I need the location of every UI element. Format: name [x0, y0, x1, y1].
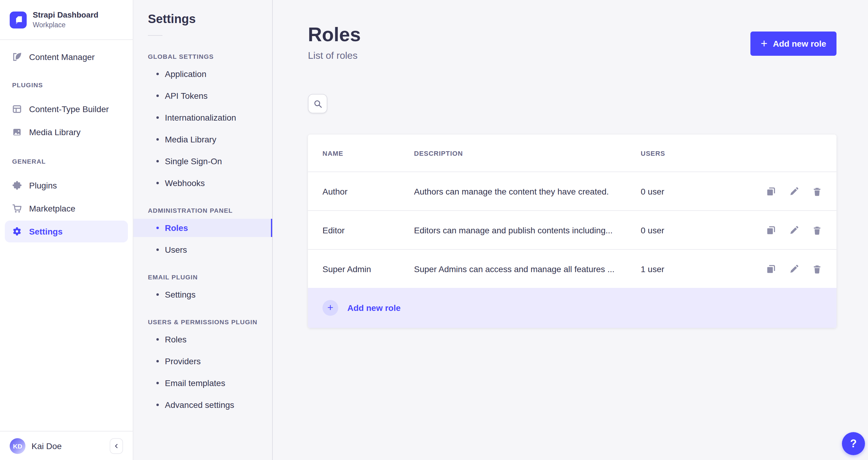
role-users-count: 0 user	[641, 225, 754, 235]
subnav-item-providers[interactable]: Providers	[133, 352, 272, 370]
table-header-row: NAME DESCRIPTION USERS	[308, 134, 836, 172]
bullet-icon	[156, 73, 159, 75]
duplicate-icon	[766, 264, 776, 274]
collapse-sidebar-button[interactable]	[110, 438, 123, 454]
subnav-item-webhooks[interactable]: Webhooks	[133, 174, 272, 192]
layout-icon	[12, 104, 22, 114]
app-title: Strapi Dashboard	[33, 11, 98, 20]
help-button[interactable]: ?	[842, 432, 865, 455]
subnav-item-label: Single Sign-On	[165, 156, 222, 166]
role-description: Authors can manage the content they have…	[414, 186, 641, 196]
edit-role-button[interactable]	[789, 264, 799, 274]
subnav-item-label: Application	[165, 69, 207, 79]
page-title: Roles	[308, 24, 361, 45]
subnav-item-label: Internationalization	[165, 113, 236, 122]
subnav-item-label: Providers	[165, 356, 200, 366]
column-header-description: DESCRIPTION	[414, 149, 641, 157]
subnav-item-label: Settings	[165, 290, 195, 299]
subnav-item-single-sign-on[interactable]: Single Sign-On	[133, 152, 272, 170]
subnav-section-email-plugin: EMAIL PLUGIN	[148, 273, 258, 281]
bullet-icon	[156, 116, 159, 119]
subnav-item-label: Advanced settings	[165, 400, 234, 410]
bullet-icon	[156, 293, 159, 296]
settings-subnav: Settings GLOBAL SETTINGS Application API…	[133, 0, 273, 460]
subnav-item-roles[interactable]: Roles	[133, 219, 272, 237]
role-users-count: 1 user	[641, 264, 754, 274]
subnav-item-label: Email templates	[165, 378, 225, 388]
subnav-divider	[148, 35, 162, 36]
edit-pencil-icon	[789, 186, 799, 196]
sidebar-item-plugins[interactable]: Plugins	[5, 175, 128, 196]
sidebar-item-label: Content-Type Builder	[29, 104, 109, 114]
duplicate-role-button[interactable]	[766, 186, 776, 196]
user-avatar[interactable]: KD	[10, 438, 26, 454]
subnav-item-internationalization[interactable]: Internationalization	[133, 109, 272, 127]
bullet-icon	[156, 95, 159, 97]
sidebar-item-media-library[interactable]: Media Library	[5, 121, 128, 143]
delete-role-button[interactable]	[812, 225, 822, 235]
add-new-role-button[interactable]: + Add new role	[750, 32, 836, 56]
sidebar-item-marketplace[interactable]: Marketplace	[5, 197, 128, 219]
footer-add-role-label: Add new role	[347, 303, 401, 313]
row-actions	[754, 225, 822, 235]
subnav-item-up-roles[interactable]: Roles	[133, 330, 272, 348]
user-name: Kai Doe	[32, 441, 62, 451]
role-users-count: 0 user	[641, 186, 754, 196]
workspace-name: Workplace	[33, 21, 98, 29]
brand-text: Strapi Dashboard Workplace	[33, 11, 98, 29]
column-header-users: USERS	[641, 149, 754, 157]
subnav-item-label: Media Library	[165, 134, 216, 144]
subnav-item-email-templates[interactable]: Email templates	[133, 374, 272, 392]
subnav-item-api-tokens[interactable]: API Tokens	[133, 87, 272, 105]
table-footer-add-role[interactable]: + Add new role	[308, 288, 836, 328]
table-row-editor[interactable]: Editor Editors can manage and publish co…	[308, 210, 836, 249]
sidebar-section-general: GENERAL	[12, 158, 121, 165]
subnav-item-application[interactable]: Application	[133, 65, 272, 83]
trash-icon	[812, 264, 822, 274]
subnav-group-global: Application API Tokens Internationalizat…	[133, 65, 272, 192]
edit-role-button[interactable]	[789, 225, 799, 235]
bullet-icon	[156, 248, 159, 251]
plus-icon: +	[761, 37, 767, 49]
edit-pencil-icon	[789, 264, 799, 274]
role-description: Editors can manage and publish contents …	[414, 225, 641, 235]
sidebar-item-label: Content Manager	[29, 52, 95, 62]
bullet-icon	[156, 360, 159, 362]
subnav-item-email-settings[interactable]: Settings	[133, 285, 272, 304]
duplicate-role-button[interactable]	[766, 225, 776, 235]
bullet-icon	[156, 404, 159, 406]
subnav-item-media-library[interactable]: Media Library	[133, 130, 272, 149]
sidebar-footer: KD Kai Doe	[0, 431, 133, 460]
delete-role-button[interactable]	[812, 186, 822, 196]
subnav-item-label: Roles	[165, 223, 188, 233]
column-header-name: NAME	[322, 149, 414, 157]
subnav-item-users[interactable]: Users	[133, 241, 272, 259]
table-row-author[interactable]: Author Authors can manage the content th…	[308, 172, 836, 210]
duplicate-role-button[interactable]	[766, 264, 776, 274]
sidebar-nav: Content Manager PLUGINS Content-Type Bui…	[0, 46, 133, 242]
subnav-group-admin: Roles Users	[133, 219, 272, 259]
sidebar-item-content-manager[interactable]: Content Manager	[5, 46, 128, 68]
bullet-icon	[156, 138, 159, 141]
sidebar-item-label: Plugins	[29, 181, 57, 190]
search-icon	[313, 99, 322, 108]
search-button[interactable]	[308, 94, 327, 113]
duplicate-icon	[766, 225, 776, 235]
page-header-text: Roles List of roles	[308, 24, 361, 61]
role-name: Editor	[322, 225, 414, 235]
chevron-left-icon	[113, 443, 119, 449]
strapi-logo-icon	[10, 11, 27, 28]
trash-icon	[812, 186, 822, 196]
page-subtitle: List of roles	[308, 50, 361, 61]
table-row-super-admin[interactable]: Super Admin Super Admins can access and …	[308, 249, 836, 288]
bullet-icon	[156, 382, 159, 384]
subnav-section-global-settings: GLOBAL SETTINGS	[148, 53, 258, 60]
subnav-item-advanced-settings[interactable]: Advanced settings	[133, 396, 272, 414]
workspace-switcher[interactable]: Strapi Dashboard Workplace	[0, 0, 133, 40]
main-content: Roles List of roles + Add new role NAME …	[273, 0, 868, 460]
edit-role-button[interactable]	[789, 186, 799, 196]
delete-role-button[interactable]	[812, 264, 822, 274]
sidebar-item-content-type-builder[interactable]: Content-Type Builder	[5, 98, 128, 120]
sidebar-item-settings[interactable]: Settings	[5, 221, 128, 242]
subnav-group-uperm: Roles Providers Email templates Advanced…	[133, 330, 272, 414]
